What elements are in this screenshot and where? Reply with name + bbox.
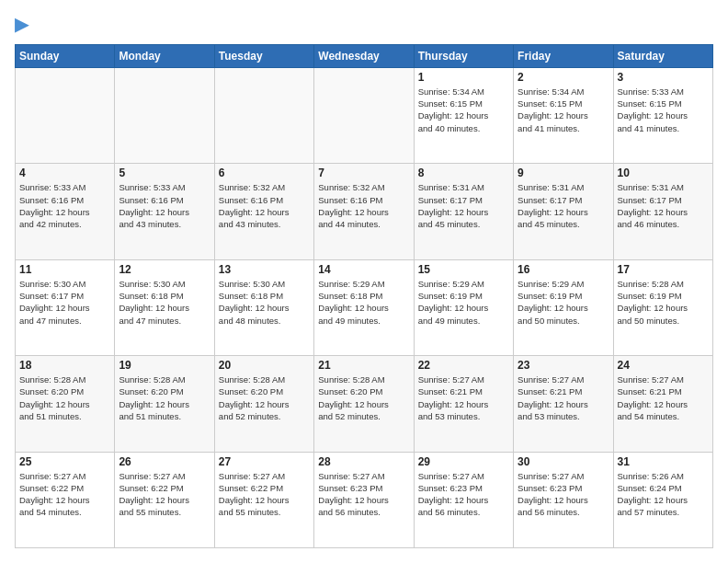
week-row-1: 1Sunrise: 5:34 AM Sunset: 6:15 PM Daylig… (16, 67, 713, 163)
day-info: Sunrise: 5:34 AM Sunset: 6:15 PM Dayligh… (518, 86, 609, 134)
day-number: 28 (318, 455, 409, 468)
day-info: Sunrise: 5:29 AM Sunset: 6:19 PM Dayligh… (518, 278, 609, 327)
weekday-header-tuesday: Tuesday (214, 44, 313, 67)
day-number: 25 (19, 455, 110, 468)
day-info: Sunrise: 5:29 AM Sunset: 6:19 PM Dayligh… (418, 278, 509, 327)
header: ▶ (15, 15, 713, 35)
calendar-cell: 19Sunrise: 5:28 AM Sunset: 6:20 PM Dayli… (115, 356, 214, 452)
week-row-5: 25Sunrise: 5:27 AM Sunset: 6:22 PM Dayli… (16, 452, 713, 547)
calendar-cell: 8Sunrise: 5:31 AM Sunset: 6:17 PM Daylig… (414, 164, 513, 259)
calendar-cell: 21Sunrise: 5:28 AM Sunset: 6:20 PM Dayli… (314, 356, 414, 452)
day-info: Sunrise: 5:28 AM Sunset: 6:20 PM Dayligh… (19, 373, 110, 422)
calendar-cell: 18Sunrise: 5:28 AM Sunset: 6:20 PM Dayli… (16, 356, 115, 452)
calendar-cell: 11Sunrise: 5:30 AM Sunset: 6:17 PM Dayli… (16, 259, 115, 355)
day-number: 8 (418, 167, 509, 179)
day-number: 22 (418, 359, 509, 372)
weekday-header-wednesday: Wednesday (314, 44, 414, 67)
day-info: Sunrise: 5:33 AM Sunset: 6:16 PM Dayligh… (119, 181, 210, 230)
day-info: Sunrise: 5:27 AM Sunset: 6:22 PM Dayligh… (19, 470, 110, 519)
page: ▶ SundayMondayTuesdayWednesdayThursdayFr… (0, 0, 728, 563)
weekday-header-thursday: Thursday (414, 44, 513, 67)
day-info: Sunrise: 5:33 AM Sunset: 6:16 PM Dayligh… (19, 181, 110, 230)
calendar-cell (16, 67, 115, 163)
calendar-cell: 6Sunrise: 5:32 AM Sunset: 6:16 PM Daylig… (214, 164, 313, 259)
day-number: 23 (518, 359, 609, 372)
calendar-cell: 30Sunrise: 5:27 AM Sunset: 6:23 PM Dayli… (514, 452, 613, 547)
calendar-cell: 3Sunrise: 5:33 AM Sunset: 6:15 PM Daylig… (613, 67, 712, 163)
calendar-cell: 27Sunrise: 5:27 AM Sunset: 6:22 PM Dayli… (214, 452, 313, 547)
day-info: Sunrise: 5:30 AM Sunset: 6:18 PM Dayligh… (219, 278, 310, 327)
day-info: Sunrise: 5:28 AM Sunset: 6:20 PM Dayligh… (318, 373, 409, 422)
day-number: 26 (119, 455, 210, 468)
day-info: Sunrise: 5:28 AM Sunset: 6:19 PM Dayligh… (618, 278, 709, 327)
day-info: Sunrise: 5:30 AM Sunset: 6:17 PM Dayligh… (19, 278, 110, 327)
weekday-header-row: SundayMondayTuesdayWednesdayThursdayFrid… (16, 44, 713, 67)
day-info: Sunrise: 5:31 AM Sunset: 6:17 PM Dayligh… (418, 181, 509, 230)
day-number: 4 (19, 167, 110, 179)
day-number: 9 (518, 167, 609, 179)
weekday-header-monday: Monday (115, 44, 214, 67)
day-number: 12 (119, 263, 210, 276)
calendar-cell (115, 67, 214, 163)
calendar-cell: 17Sunrise: 5:28 AM Sunset: 6:19 PM Dayli… (613, 259, 712, 355)
calendar-table: SundayMondayTuesdayWednesdayThursdayFrid… (15, 44, 713, 548)
day-number: 2 (518, 71, 609, 84)
calendar-cell: 7Sunrise: 5:32 AM Sunset: 6:16 PM Daylig… (314, 164, 414, 259)
calendar-cell: 24Sunrise: 5:27 AM Sunset: 6:21 PM Dayli… (613, 356, 712, 452)
calendar-cell: 20Sunrise: 5:28 AM Sunset: 6:20 PM Dayli… (214, 356, 313, 452)
day-info: Sunrise: 5:31 AM Sunset: 6:17 PM Dayligh… (518, 181, 609, 230)
day-info: Sunrise: 5:32 AM Sunset: 6:16 PM Dayligh… (318, 181, 409, 230)
day-info: Sunrise: 5:28 AM Sunset: 6:20 PM Dayligh… (219, 373, 310, 422)
week-row-2: 4Sunrise: 5:33 AM Sunset: 6:16 PM Daylig… (16, 164, 713, 259)
calendar-cell: 2Sunrise: 5:34 AM Sunset: 6:15 PM Daylig… (514, 67, 613, 163)
calendar-cell: 23Sunrise: 5:27 AM Sunset: 6:21 PM Dayli… (514, 356, 613, 452)
day-number: 18 (19, 359, 110, 372)
day-number: 31 (618, 455, 709, 468)
day-number: 5 (119, 167, 210, 179)
day-number: 7 (318, 167, 409, 179)
calendar-cell: 12Sunrise: 5:30 AM Sunset: 6:18 PM Dayli… (115, 259, 214, 355)
day-info: Sunrise: 5:34 AM Sunset: 6:15 PM Dayligh… (418, 86, 509, 134)
day-number: 11 (19, 263, 110, 276)
day-number: 19 (119, 359, 210, 372)
day-number: 27 (219, 455, 310, 468)
week-row-4: 18Sunrise: 5:28 AM Sunset: 6:20 PM Dayli… (16, 356, 713, 452)
day-info: Sunrise: 5:32 AM Sunset: 6:16 PM Dayligh… (219, 181, 310, 230)
calendar-cell: 10Sunrise: 5:31 AM Sunset: 6:17 PM Dayli… (613, 164, 712, 259)
calendar-cell: 1Sunrise: 5:34 AM Sunset: 6:15 PM Daylig… (414, 67, 513, 163)
day-info: Sunrise: 5:27 AM Sunset: 6:23 PM Dayligh… (418, 470, 509, 519)
calendar-cell (314, 67, 414, 163)
calendar-cell: 25Sunrise: 5:27 AM Sunset: 6:22 PM Dayli… (16, 452, 115, 547)
calendar-cell (214, 67, 313, 163)
day-number: 20 (219, 359, 310, 372)
day-number: 17 (618, 263, 709, 276)
day-number: 30 (518, 455, 609, 468)
logo-text: ▶ (15, 15, 28, 35)
calendar-cell: 13Sunrise: 5:30 AM Sunset: 6:18 PM Dayli… (214, 259, 313, 355)
calendar-cell: 15Sunrise: 5:29 AM Sunset: 6:19 PM Dayli… (414, 259, 513, 355)
day-number: 29 (418, 455, 509, 468)
calendar-cell: 9Sunrise: 5:31 AM Sunset: 6:17 PM Daylig… (514, 164, 613, 259)
calendar-cell: 29Sunrise: 5:27 AM Sunset: 6:23 PM Dayli… (414, 452, 513, 547)
day-number: 24 (618, 359, 709, 372)
calendar-cell: 28Sunrise: 5:27 AM Sunset: 6:23 PM Dayli… (314, 452, 414, 547)
weekday-header-friday: Friday (514, 44, 613, 67)
day-info: Sunrise: 5:28 AM Sunset: 6:20 PM Dayligh… (119, 373, 210, 422)
day-info: Sunrise: 5:27 AM Sunset: 6:23 PM Dayligh… (318, 470, 409, 519)
calendar-cell: 31Sunrise: 5:26 AM Sunset: 6:24 PM Dayli… (613, 452, 712, 547)
day-info: Sunrise: 5:30 AM Sunset: 6:18 PM Dayligh… (119, 278, 210, 327)
day-number: 14 (318, 263, 409, 276)
day-number: 6 (219, 167, 310, 179)
day-info: Sunrise: 5:27 AM Sunset: 6:21 PM Dayligh… (518, 373, 609, 422)
logo: ▶ (15, 15, 28, 35)
day-number: 10 (618, 167, 709, 179)
weekday-header-sunday: Sunday (16, 44, 115, 67)
day-info: Sunrise: 5:33 AM Sunset: 6:15 PM Dayligh… (618, 86, 709, 134)
week-row-3: 11Sunrise: 5:30 AM Sunset: 6:17 PM Dayli… (16, 259, 713, 355)
day-number: 15 (418, 263, 509, 276)
day-number: 1 (418, 71, 509, 84)
calendar-cell: 14Sunrise: 5:29 AM Sunset: 6:18 PM Dayli… (314, 259, 414, 355)
day-info: Sunrise: 5:27 AM Sunset: 6:21 PM Dayligh… (618, 373, 709, 422)
calendar-cell: 4Sunrise: 5:33 AM Sunset: 6:16 PM Daylig… (16, 164, 115, 259)
calendar-cell: 16Sunrise: 5:29 AM Sunset: 6:19 PM Dayli… (514, 259, 613, 355)
